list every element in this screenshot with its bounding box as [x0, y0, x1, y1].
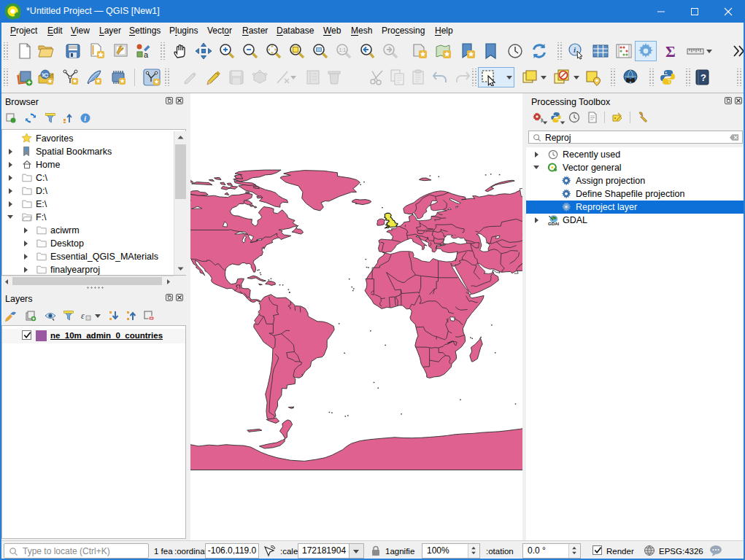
svg-text:ε: ε: [81, 311, 85, 321]
svg-text:GDAL: GDAL: [548, 221, 559, 226]
svg-text:Σ: Σ: [665, 43, 676, 60]
svg-text:i: i: [84, 114, 86, 122]
svg-text:?: ?: [700, 72, 706, 83]
svg-text:1:1: 1:1: [339, 47, 347, 52]
svg-text:a: a: [144, 50, 149, 59]
